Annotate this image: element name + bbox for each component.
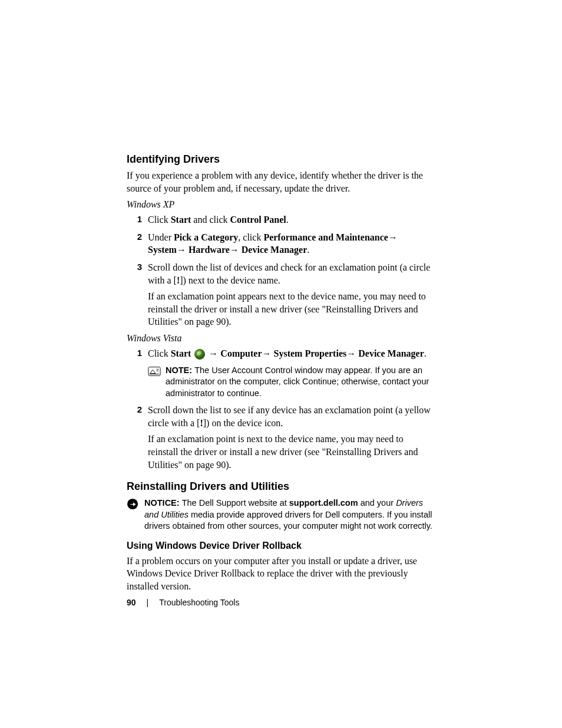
step-followup: If an exclamation point appears next to … bbox=[148, 290, 435, 328]
step-text: Click bbox=[148, 348, 171, 358]
list-item: 1 Click Start and click Control Panel. bbox=[148, 213, 435, 226]
label-windows-vista: Windows Vista bbox=[127, 333, 435, 344]
step-text: ]) on the device icon. bbox=[203, 418, 283, 428]
step-number: 3 bbox=[130, 261, 142, 273]
svg-rect-0 bbox=[148, 367, 160, 375]
page-number: 90 bbox=[127, 598, 136, 607]
steps-windows-xp: 1 Click Start and click Control Panel. 2… bbox=[127, 213, 435, 328]
note-label: NOTE: bbox=[166, 365, 194, 375]
ui-pick-category: Pick a Category bbox=[174, 232, 238, 242]
page-footer: 90 | Troubleshooting Tools bbox=[127, 598, 239, 607]
step-text: and click bbox=[191, 215, 230, 225]
list-item: 3 Scroll down the list of devices and ch… bbox=[148, 261, 435, 328]
step-text: , click bbox=[238, 232, 263, 242]
label-windows-xp: Windows XP bbox=[127, 199, 435, 210]
arrow: → bbox=[209, 348, 220, 358]
arrow: → bbox=[230, 245, 242, 255]
step-text: Click bbox=[148, 215, 171, 225]
url-support-dell: support.dell.com bbox=[289, 498, 358, 508]
notice-icon bbox=[127, 498, 140, 509]
ui-control-panel: Control Panel bbox=[230, 215, 286, 225]
arrow: → bbox=[262, 348, 274, 358]
steps-windows-vista: 1 Click Start → Computer→ System Propert… bbox=[127, 347, 435, 360]
list-item: 1 Click Start → Computer→ System Propert… bbox=[148, 347, 435, 360]
ui-device-manager: Device Manager bbox=[358, 348, 424, 358]
paragraph-rollback: If a problem occurs on your computer aft… bbox=[127, 555, 435, 593]
note-icon bbox=[148, 365, 161, 376]
step-text: ]) next to the device name. bbox=[180, 275, 280, 285]
list-item: 2 Under Pick a Category, click Performan… bbox=[148, 231, 435, 256]
page: Identifying Drivers If you experience a … bbox=[0, 0, 562, 728]
notice-text-part: The Dell Support website at bbox=[182, 498, 289, 508]
ui-system-properties: System Properties bbox=[274, 348, 347, 358]
note-text-part: The bbox=[194, 365, 211, 375]
step-text: Under bbox=[148, 232, 174, 242]
heading-identifying-drivers: Identifying Drivers bbox=[127, 153, 435, 166]
ui-start: Start bbox=[171, 215, 191, 225]
step-text: . bbox=[307, 245, 309, 255]
ui-computer: Computer bbox=[220, 348, 262, 358]
notice-text: NOTICE: The Dell Support website at supp… bbox=[144, 498, 435, 532]
arrow: → bbox=[177, 245, 189, 255]
list-item: 2 Scroll down the list to see if any dev… bbox=[148, 404, 435, 471]
heading-device-driver-rollback: Using Windows Device Driver Rollback bbox=[127, 541, 435, 551]
ui-system: System bbox=[148, 245, 177, 255]
ui-performance-maintenance: Performance and Maintenance bbox=[263, 232, 388, 242]
step-text: . bbox=[424, 348, 427, 358]
note-user-account-control: NOTE: The User Account Control window ma… bbox=[148, 365, 435, 400]
ui-uac: User Account Control bbox=[211, 365, 292, 375]
ui-start: Start bbox=[171, 348, 191, 358]
ui-device-manager: Device Manager bbox=[242, 245, 308, 255]
footer-section: Troubleshooting Tools bbox=[159, 598, 239, 607]
heading-reinstalling-drivers: Reinstalling Drivers and Utilities bbox=[127, 480, 435, 493]
paragraph-intro: If you experience a problem with any dev… bbox=[127, 169, 435, 195]
step-number: 2 bbox=[130, 404, 142, 416]
note-text: NOTE: The User Account Control window ma… bbox=[166, 365, 435, 400]
ui-continue: Continue bbox=[302, 377, 336, 386]
step-text: . bbox=[286, 215, 289, 225]
step-number: 1 bbox=[130, 213, 142, 225]
notice-text-part: and your bbox=[358, 498, 396, 508]
arrow: → bbox=[388, 232, 398, 242]
ui-hardware: Hardware bbox=[189, 245, 230, 255]
step-number: 2 bbox=[130, 231, 142, 243]
step-followup: If an exclamation point is next to the d… bbox=[148, 433, 435, 471]
notice-label: NOTICE: bbox=[144, 498, 182, 508]
notice-dell-support: NOTICE: The Dell Support website at supp… bbox=[127, 498, 435, 532]
vista-start-icon bbox=[194, 349, 205, 360]
steps-windows-vista-cont: 2 Scroll down the list to see if any dev… bbox=[127, 404, 435, 471]
step-number: 1 bbox=[130, 347, 142, 359]
arrow: → bbox=[346, 348, 358, 358]
footer-separator: | bbox=[147, 598, 149, 607]
step-text: Scroll down the list to see if any devic… bbox=[148, 405, 431, 428]
